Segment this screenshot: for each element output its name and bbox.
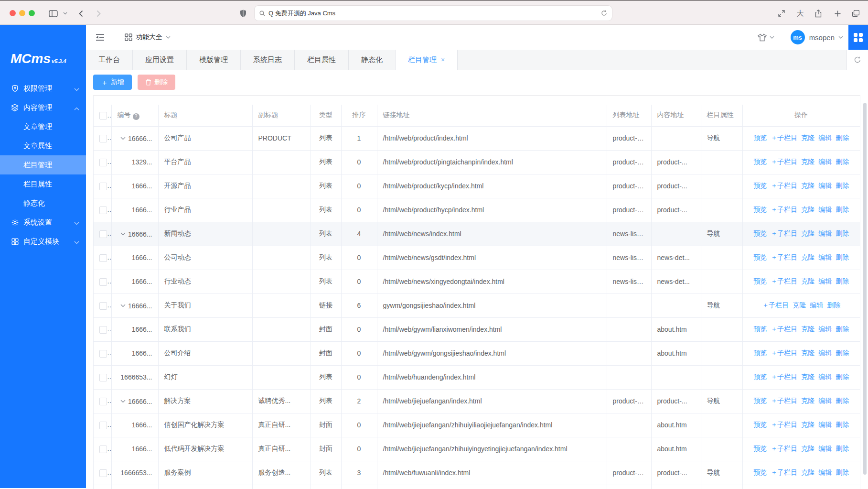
op-clone-link[interactable]: 克隆 (801, 206, 814, 213)
op-delete-link[interactable]: 删除 (836, 397, 849, 404)
tab-栏目属性[interactable]: 栏目属性 (295, 50, 349, 70)
row-checkbox[interactable] (99, 350, 107, 358)
op-clone-link[interactable]: 克隆 (801, 468, 814, 476)
op-add-child-link[interactable]: ＋子栏目 (771, 349, 797, 357)
op-delete-link[interactable]: 删除 (836, 229, 849, 237)
feature-menu[interactable]: 功能大全 (125, 33, 171, 42)
row-checkbox[interactable] (99, 446, 107, 453)
op-delete-link[interactable]: 删除 (827, 301, 840, 309)
op-preview-link[interactable]: 预览 (753, 373, 767, 380)
traffic-light-minimize[interactable] (19, 10, 25, 16)
op-add-child-link[interactable]: ＋子栏目 (771, 421, 797, 428)
op-delete-link[interactable]: 删除 (836, 253, 849, 261)
op-clone-link[interactable]: 克隆 (801, 349, 814, 357)
op-add-child-link[interactable]: ＋子栏目 (771, 253, 797, 261)
sidebar-item-自定义模块[interactable]: 自定义模块 (0, 232, 86, 251)
op-add-child-link[interactable]: ＋子栏目 (771, 445, 797, 452)
op-preview-link[interactable]: 预览 (753, 421, 767, 428)
op-delete-link[interactable]: 删除 (836, 206, 849, 213)
op-edit-link[interactable]: 编辑 (818, 421, 832, 428)
op-preview-link[interactable]: 预览 (753, 253, 767, 261)
apps-launcher-button[interactable] (848, 25, 868, 50)
tab-应用设置[interactable]: 应用设置 (133, 50, 187, 70)
op-edit-link[interactable]: 编辑 (818, 468, 832, 476)
scrollbar-thumb[interactable] (863, 103, 867, 475)
sidebar-item-静态化[interactable]: 静态化 (0, 194, 86, 213)
op-add-child-link[interactable]: ＋子栏目 (771, 277, 797, 285)
forward-icon[interactable] (93, 1, 104, 26)
close-tab-icon[interactable]: × (441, 56, 445, 64)
op-preview-link[interactable]: 预览 (753, 397, 767, 404)
op-delete-link[interactable]: 删除 (836, 468, 849, 476)
question-circle-icon[interactable]: ? (133, 113, 139, 120)
op-edit-link[interactable]: 编辑 (818, 325, 832, 333)
op-delete-link[interactable]: 删除 (836, 134, 849, 141)
op-edit-link[interactable]: 编辑 (818, 373, 832, 380)
row-checkbox[interactable] (99, 302, 107, 310)
op-add-child-link[interactable]: ＋子栏目 (771, 182, 797, 189)
sidebar-item-文章管理[interactable]: 文章管理 (0, 117, 86, 136)
op-add-child-link[interactable]: ＋子栏目 (771, 325, 797, 333)
op-edit-link[interactable]: 编辑 (818, 349, 832, 357)
avatar[interactable]: ms (791, 30, 805, 44)
op-clone-link[interactable]: 克隆 (801, 229, 814, 237)
add-button[interactable]: ＋新增 (93, 75, 132, 90)
op-clone-link[interactable]: 克隆 (801, 182, 814, 189)
tab-模版管理[interactable]: 模版管理 (187, 50, 241, 70)
row-checkbox[interactable] (99, 278, 107, 286)
delete-button[interactable]: 删除 (138, 75, 175, 90)
text-size-icon[interactable]: 大 (794, 1, 806, 26)
username[interactable]: msopen (809, 33, 835, 42)
op-add-child-link[interactable]: ＋子栏目 (771, 397, 797, 404)
row-checkbox[interactable] (99, 326, 107, 334)
expand-row-icon[interactable] (120, 304, 126, 307)
op-clone-link[interactable]: 克隆 (801, 397, 814, 404)
op-delete-link[interactable]: 删除 (836, 182, 849, 189)
sidebar-item-栏目属性[interactable]: 栏目属性 (0, 174, 86, 194)
op-add-child-link[interactable]: ＋子栏目 (771, 206, 797, 213)
tab-静态化[interactable]: 静态化 (349, 50, 396, 70)
expand-row-icon[interactable] (120, 400, 126, 403)
expand-row-icon[interactable] (120, 137, 126, 140)
row-checkbox[interactable] (99, 422, 107, 429)
traffic-light-close[interactable] (10, 10, 16, 16)
row-checkbox[interactable] (99, 159, 107, 166)
sidebar-item-栏目管理[interactable]: 栏目管理 (0, 155, 86, 174)
op-preview-link[interactable]: 预览 (753, 158, 767, 165)
op-edit-link[interactable]: 编辑 (818, 397, 832, 404)
op-preview-link[interactable]: 预览 (753, 206, 767, 213)
op-delete-link[interactable]: 删除 (836, 158, 849, 165)
op-delete-link[interactable]: 删除 (836, 325, 849, 333)
back-icon[interactable] (75, 1, 86, 26)
share-icon[interactable] (812, 1, 825, 26)
op-clone-link[interactable]: 克隆 (801, 421, 814, 428)
op-edit-link[interactable]: 编辑 (818, 182, 832, 189)
op-edit-link[interactable]: 编辑 (818, 134, 832, 141)
page-expand-icon[interactable] (776, 1, 787, 26)
op-edit-link[interactable]: 编辑 (818, 229, 832, 237)
tab-overview-icon[interactable] (849, 1, 862, 26)
row-checkbox[interactable] (99, 206, 107, 214)
op-clone-link[interactable]: 克隆 (793, 301, 806, 309)
op-clone-link[interactable]: 克隆 (801, 445, 814, 452)
op-clone-link[interactable]: 克隆 (801, 277, 814, 285)
op-add-child-link[interactable]: ＋子栏目 (771, 134, 797, 141)
traffic-light-zoom[interactable] (29, 10, 35, 16)
select-all-checkbox[interactable] (99, 112, 107, 120)
op-edit-link[interactable]: 编辑 (810, 301, 823, 309)
row-checkbox[interactable] (99, 374, 107, 381)
op-delete-link[interactable]: 删除 (836, 421, 849, 428)
op-preview-link[interactable]: 预览 (753, 325, 767, 333)
op-clone-link[interactable]: 克隆 (801, 325, 814, 333)
op-preview-link[interactable]: 预览 (753, 445, 767, 452)
tab-系统日志[interactable]: 系统日志 (241, 50, 295, 70)
privacy-shield-icon[interactable] (238, 1, 248, 26)
op-preview-link[interactable]: 预览 (753, 182, 767, 189)
row-checkbox[interactable] (99, 254, 107, 262)
sidebar-item-文章属性[interactable]: 文章属性 (0, 136, 86, 155)
row-checkbox[interactable] (99, 398, 107, 405)
op-clone-link[interactable]: 克隆 (801, 373, 814, 380)
op-delete-link[interactable]: 删除 (836, 349, 849, 357)
op-preview-link[interactable]: 预览 (753, 349, 767, 357)
op-delete-link[interactable]: 删除 (836, 277, 849, 285)
